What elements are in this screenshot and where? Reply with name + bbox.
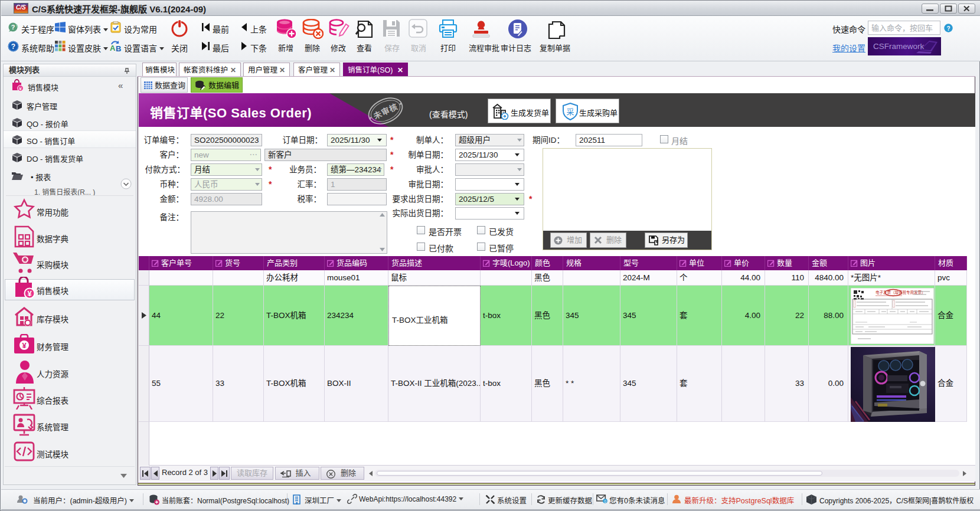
svg-text:采: 采 xyxy=(566,107,574,116)
svg-text:¥: ¥ xyxy=(18,86,22,91)
svg-text:?: ? xyxy=(946,25,950,32)
svg-text:A: A xyxy=(110,44,116,52)
svg-text:B: B xyxy=(116,44,121,52)
svg-text:?: ? xyxy=(11,42,15,51)
svg-text:¥: ¥ xyxy=(22,341,27,350)
svg-text:¥: ¥ xyxy=(27,289,32,298)
svg-text:0: 0 xyxy=(604,499,606,503)
svg-text:?: ? xyxy=(11,24,15,31)
